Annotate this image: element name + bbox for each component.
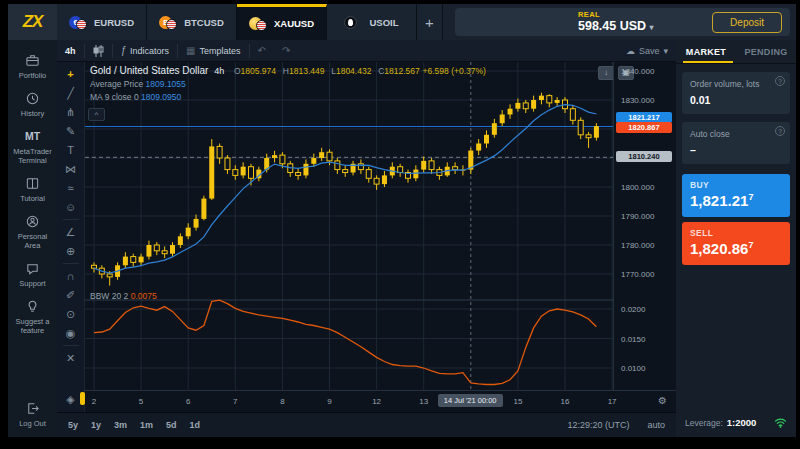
range-1m[interactable]: 1m bbox=[140, 420, 153, 430]
add-instrument-button[interactable]: + bbox=[417, 4, 443, 40]
trendline-icon[interactable]: ╱ bbox=[61, 84, 81, 102]
drawing-toolbar: +╱⋔✎T⋈≈☺∠⊕∩✐⊙◉✕◈ bbox=[57, 62, 85, 412]
bbw-axis-label: 0.0150 bbox=[621, 335, 645, 344]
auto-close-value: – bbox=[690, 144, 782, 156]
gear-icon[interactable]: ⚙ bbox=[658, 395, 667, 406]
zoom-in-icon[interactable]: ⊕ bbox=[61, 242, 81, 260]
order-volume-field[interactable]: ? Order volume, lots 0.01 bbox=[682, 72, 790, 114]
time-axis-label: 9 bbox=[319, 397, 341, 406]
auto-close-field[interactable]: ? Auto close – bbox=[682, 122, 790, 164]
pitchfork-icon[interactable]: ⋔ bbox=[61, 103, 81, 121]
chat-icon bbox=[25, 261, 40, 276]
range-5d[interactable]: 5d bbox=[166, 420, 177, 430]
briefcase-icon bbox=[25, 53, 40, 68]
sidebar-item-support[interactable]: Support bbox=[9, 261, 56, 288]
bulb-icon bbox=[25, 299, 40, 314]
price-axis-label: 1840.000 bbox=[621, 67, 654, 76]
bbw-axis-label: 0.0200 bbox=[621, 305, 645, 314]
range-1d[interactable]: 1d bbox=[190, 420, 201, 430]
tab-btcusd[interactable]: B BTCUSD bbox=[147, 4, 237, 40]
emoji-icon[interactable]: ☺ bbox=[61, 198, 81, 216]
scroll-to-recent-button[interactable]: ↓ bbox=[598, 66, 614, 80]
person-icon bbox=[25, 214, 40, 229]
time-axis-label: 17 bbox=[601, 397, 623, 406]
lock-icon[interactable]: ⊙ bbox=[61, 305, 81, 323]
brush-icon[interactable]: ✎ bbox=[61, 122, 81, 140]
redo-button[interactable]: ↷ bbox=[274, 40, 298, 61]
deposit-button[interactable]: Deposit bbox=[712, 12, 782, 33]
time-axis-label: 13 bbox=[413, 397, 435, 406]
price-axis-label: 1790.000 bbox=[621, 212, 654, 221]
indicators-button[interactable]: ƒ Indicators bbox=[113, 40, 178, 61]
sidebar-item-metatrader[interactable]: MT MetaTrader Terminal bbox=[9, 129, 56, 165]
timeframe-button[interactable]: 4h bbox=[57, 40, 84, 61]
trade-panel: MARKET PENDING ? Order volume, lots 0.01… bbox=[676, 40, 796, 437]
undo-icon: ↶ bbox=[258, 45, 266, 56]
price-axis[interactable]: 1840.0001830.0001800.0001790.0001780.000… bbox=[613, 62, 676, 390]
trash-icon[interactable]: ✕ bbox=[61, 349, 81, 367]
price-axis-label: 1800.000 bbox=[621, 183, 654, 192]
pattern-icon[interactable]: ⋈ bbox=[61, 160, 81, 178]
arrow-down-icon: ↓ bbox=[604, 68, 608, 77]
sell-button[interactable]: SELL 1,820.867 bbox=[682, 222, 790, 265]
time-axis-label: 6 bbox=[177, 397, 199, 406]
tab-label: XAUUSD bbox=[274, 18, 314, 29]
undo-button[interactable]: ↶ bbox=[250, 40, 274, 61]
templates-button[interactable]: ▦ Templates bbox=[178, 40, 248, 61]
time-axis-label: 16 bbox=[554, 397, 576, 406]
account-balance[interactable]: REAL 598.45 USD ▾ bbox=[578, 10, 654, 33]
balance-value: 598.45 bbox=[578, 19, 616, 33]
broker-logo[interactable]: ZX bbox=[8, 4, 57, 40]
help-icon[interactable]: ? bbox=[775, 76, 785, 86]
tab-xauusd[interactable]: XAUUSD bbox=[237, 4, 327, 40]
clock-utc: 12:29:20 (UTC) bbox=[567, 420, 629, 430]
time-axis-label: 5 bbox=[130, 397, 152, 406]
price-badge: 1820.867 bbox=[616, 122, 672, 133]
sidebar-item-logout[interactable]: Log Out bbox=[9, 401, 56, 428]
timezone-auto-button[interactable]: auto bbox=[647, 420, 665, 430]
app-window: ZX € EURUSD B BTCUSD XAUUSD USOIL + REAL… bbox=[0, 0, 800, 449]
wave-icon[interactable]: ≈ bbox=[61, 179, 81, 197]
time-axis-label: 15 bbox=[507, 397, 529, 406]
measure-icon[interactable]: ∠ bbox=[61, 223, 81, 241]
buy-button[interactable]: BUY 1,821.217 bbox=[682, 174, 790, 217]
chevron-down-icon: ▾ bbox=[650, 23, 654, 32]
connection-signal-icon bbox=[774, 417, 787, 428]
time-axis[interactable]: ⚙ 256789121315161714 Jul '21 00:00 bbox=[85, 390, 676, 412]
gold-coin-icon bbox=[249, 17, 268, 30]
bottom-bar: 5y 1y 3m 1m 5d 1d 12:29:20 (UTC) auto bbox=[57, 412, 676, 437]
sell-price: 1,820.86 bbox=[690, 240, 748, 257]
sidebar-item-personal-area[interactable]: Personal Area bbox=[9, 214, 56, 250]
sidebar-item-tutorial[interactable]: Tutorial bbox=[9, 176, 56, 203]
range-3m[interactable]: 3m bbox=[114, 420, 127, 430]
tab-label: EURUSD bbox=[94, 17, 134, 28]
tab-market[interactable]: MARKET bbox=[676, 40, 736, 63]
sidebar-item-portfolio[interactable]: Portfolio bbox=[9, 53, 56, 80]
tab-usoil[interactable]: USOIL bbox=[327, 4, 417, 40]
favorites-icon[interactable]: ◈ bbox=[61, 390, 81, 408]
btc-coin-icon: B bbox=[159, 16, 178, 29]
chart-style-button[interactable] bbox=[85, 40, 112, 61]
text-tool-icon[interactable]: T bbox=[61, 141, 81, 159]
tab-eurusd[interactable]: € EURUSD bbox=[57, 4, 147, 40]
price-axis-label: 1780.000 bbox=[621, 241, 654, 250]
sidebar-item-history[interactable]: History bbox=[9, 91, 56, 118]
crosshair-icon[interactable]: + bbox=[61, 65, 81, 83]
redo-icon: ↷ bbox=[282, 45, 290, 56]
save-button[interactable]: Save bbox=[639, 46, 660, 56]
range-1y[interactable]: 1y bbox=[91, 420, 101, 430]
chart-area: 4h ƒ Indicators ▦ Templates ↶ ↷ ☁ Save ▾ bbox=[57, 40, 676, 437]
fx-icon: ƒ bbox=[121, 45, 127, 56]
range-5y[interactable]: 5y bbox=[68, 420, 78, 430]
chart-plot[interactable]: Gold / United States Dollar 4h O1805.974… bbox=[85, 62, 613, 390]
magnet-icon[interactable]: ∩ bbox=[61, 267, 81, 285]
leverage-value: 1:2000 bbox=[727, 417, 757, 428]
save-caret-icon[interactable]: ▾ bbox=[663, 46, 668, 56]
eye-icon[interactable]: ◉ bbox=[61, 324, 81, 342]
help-icon[interactable]: ? bbox=[775, 126, 785, 136]
tab-pending[interactable]: PENDING bbox=[736, 40, 796, 63]
draw-icon[interactable]: ✐ bbox=[61, 286, 81, 304]
sidebar-item-suggest-feature[interactable]: Suggest a feature bbox=[9, 299, 56, 335]
eur-flag-icon: € bbox=[69, 16, 88, 29]
collapse-legend-button[interactable]: ^ bbox=[88, 108, 105, 121]
